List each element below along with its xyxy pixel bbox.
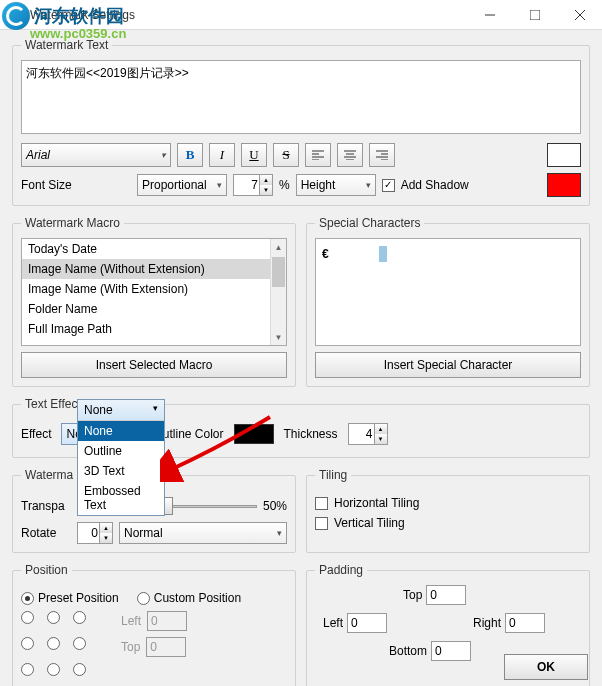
padding-left-input[interactable] bbox=[347, 613, 387, 633]
align-right-button[interactable] bbox=[369, 143, 395, 167]
align-center-button[interactable] bbox=[337, 143, 363, 167]
italic-button[interactable]: I bbox=[209, 143, 235, 167]
list-item[interactable]: Today's Date bbox=[22, 239, 286, 259]
dropdown-option[interactable]: None bbox=[78, 421, 164, 441]
maximize-icon bbox=[530, 10, 540, 20]
watermark-settings-legend: Waterma bbox=[21, 468, 77, 482]
rotate-mode-select[interactable]: Normal bbox=[119, 522, 287, 544]
underline-button[interactable]: U bbox=[241, 143, 267, 167]
shadow-color-swatch[interactable] bbox=[547, 173, 581, 197]
horizontal-tiling-label: Horizontal Tiling bbox=[334, 496, 419, 510]
percent-label: % bbox=[279, 178, 290, 192]
padding-bottom-input[interactable] bbox=[431, 641, 471, 661]
list-item[interactable]: Image Name (Without Extension) bbox=[22, 259, 286, 279]
chevron-down-icon: ▾ bbox=[153, 403, 158, 417]
align-center-icon bbox=[344, 150, 356, 160]
insert-special-button[interactable]: Insert Special Character bbox=[315, 352, 581, 378]
position-radio[interactable] bbox=[21, 637, 34, 650]
chevron-down-icon: ▾ bbox=[161, 150, 166, 160]
effect-label: Effect bbox=[21, 427, 51, 441]
effect-dropdown-open: None▾ None Outline 3D Text Embossed Text bbox=[77, 399, 165, 516]
overlay-url: www.pc0359.cn bbox=[30, 26, 126, 41]
vertical-tiling-checkbox[interactable] bbox=[315, 517, 328, 530]
align-right-icon bbox=[376, 150, 388, 160]
padding-top-input[interactable] bbox=[426, 585, 466, 605]
custom-position-radio[interactable] bbox=[137, 592, 150, 605]
ok-bar: OK bbox=[504, 654, 588, 680]
dropdown-option[interactable]: Outline bbox=[78, 441, 164, 461]
spin-down-icon[interactable]: ▼ bbox=[374, 434, 387, 444]
padding-right-input[interactable] bbox=[505, 613, 545, 633]
macro-group: Watermark Macro Today's Date Image Name … bbox=[12, 216, 296, 387]
transparency-label: Transpa bbox=[21, 499, 71, 513]
position-radio[interactable] bbox=[73, 663, 86, 676]
rotate-value[interactable]: 0▲▼ bbox=[77, 522, 113, 544]
overlay-watermark: 河东软件园 www.pc0359.cn bbox=[2, 2, 124, 30]
insert-macro-button[interactable]: Insert Selected Macro bbox=[21, 352, 287, 378]
scroll-thumb[interactable] bbox=[272, 257, 285, 287]
spin-up-icon[interactable]: ▲ bbox=[374, 424, 387, 434]
position-grid bbox=[21, 611, 95, 685]
strike-button[interactable]: S bbox=[273, 143, 299, 167]
position-radio[interactable] bbox=[21, 611, 34, 624]
minimize-button[interactable] bbox=[467, 0, 512, 30]
position-radio[interactable] bbox=[73, 637, 86, 650]
font-family-select[interactable]: Arial▾ bbox=[21, 143, 171, 167]
position-radio[interactable] bbox=[47, 637, 60, 650]
list-item[interactable]: Image Name (With Extension) bbox=[22, 279, 286, 299]
watermark-text-input[interactable]: 河东软件园<<2019图片记录>> bbox=[21, 60, 581, 134]
add-shadow-label: Add Shadow bbox=[401, 178, 469, 192]
bold-button[interactable]: B bbox=[177, 143, 203, 167]
preset-position-radio[interactable] bbox=[21, 592, 34, 605]
macro-legend: Watermark Macro bbox=[21, 216, 124, 230]
scroll-down-icon[interactable]: ▼ bbox=[271, 329, 286, 345]
add-shadow-checkbox[interactable]: ✓ bbox=[382, 179, 395, 192]
padding-legend: Padding bbox=[315, 563, 367, 577]
thickness-value[interactable]: 4▲▼ bbox=[348, 423, 388, 445]
text-cursor bbox=[379, 246, 387, 262]
position-top-input[interactable] bbox=[146, 637, 186, 657]
spin-up-icon[interactable]: ▲ bbox=[259, 175, 272, 185]
size-mode-select[interactable]: Proportional bbox=[137, 174, 227, 196]
dropdown-selected[interactable]: None▾ bbox=[78, 400, 164, 421]
macro-listbox[interactable]: Today's Date Image Name (Without Extensi… bbox=[21, 238, 287, 346]
spin-down-icon[interactable]: ▼ bbox=[259, 185, 272, 195]
position-radio[interactable] bbox=[47, 663, 60, 676]
dropdown-option[interactable]: Embossed Text bbox=[78, 481, 164, 515]
rotate-label: Rotate bbox=[21, 526, 71, 540]
font-size-label: Font Size bbox=[21, 178, 131, 192]
minimize-icon bbox=[485, 10, 495, 20]
svg-rect-2 bbox=[530, 10, 540, 20]
list-item[interactable]: Full Image Path bbox=[22, 319, 286, 339]
thickness-label: Thickness bbox=[284, 427, 338, 441]
special-chars-box[interactable]: € bbox=[315, 238, 581, 346]
vertical-tiling-label: Vertical Tiling bbox=[334, 516, 405, 530]
list-item[interactable]: Folder Name bbox=[22, 299, 286, 319]
special-chars-legend: Special Characters bbox=[315, 216, 424, 230]
position-group: Position Preset Position Custom Position… bbox=[12, 563, 296, 686]
height-mode-select[interactable]: Height bbox=[296, 174, 376, 196]
align-left-button[interactable] bbox=[305, 143, 331, 167]
overlay-logo bbox=[2, 2, 30, 30]
scrollbar[interactable]: ▲▼ bbox=[270, 239, 286, 345]
dropdown-option[interactable]: 3D Text bbox=[78, 461, 164, 481]
font-size-value[interactable]: 7▲▼ bbox=[233, 174, 273, 196]
outline-color-swatch[interactable] bbox=[234, 424, 274, 444]
text-color-swatch[interactable] bbox=[547, 143, 581, 167]
horizontal-tiling-checkbox[interactable] bbox=[315, 497, 328, 510]
close-button[interactable] bbox=[557, 0, 602, 30]
close-icon bbox=[575, 10, 585, 20]
scroll-up-icon[interactable]: ▲ bbox=[271, 239, 286, 255]
tiling-legend: Tiling bbox=[315, 468, 351, 482]
position-radio[interactable] bbox=[73, 611, 86, 624]
maximize-button[interactable] bbox=[512, 0, 557, 30]
watermark-text-group: Watermark Text 河东软件园<<2019图片记录>> Arial▾ … bbox=[12, 38, 590, 206]
special-chars-group: Special Characters € Insert Special Char… bbox=[306, 216, 590, 387]
position-radio[interactable] bbox=[47, 611, 60, 624]
overlay-brand: 河东软件园 bbox=[34, 4, 124, 28]
position-left-input[interactable] bbox=[147, 611, 187, 631]
align-left-icon bbox=[312, 150, 324, 160]
position-radio[interactable] bbox=[21, 663, 34, 676]
ok-button[interactable]: OK bbox=[504, 654, 588, 680]
font-family-value: Arial bbox=[26, 148, 50, 162]
